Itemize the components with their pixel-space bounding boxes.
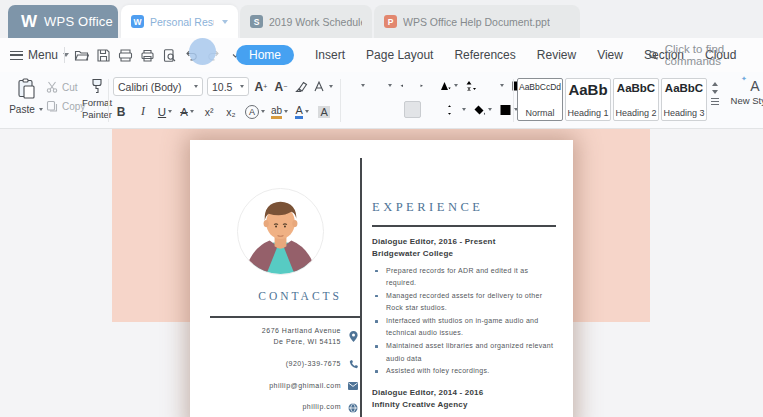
line-spacing-button[interactable]	[446, 101, 467, 118]
job-organization: Bridgewater College	[372, 248, 559, 260]
tab-review[interactable]: Review	[537, 48, 576, 62]
bullet-list-button[interactable]	[344, 77, 366, 94]
find-commands-search[interactable]: Click to find commands	[648, 38, 763, 72]
tab-work-schedule[interactable]: S 2019 Work Schedule.xlsx	[240, 5, 372, 38]
copy-icon	[46, 100, 58, 112]
tab-home[interactable]: Home	[236, 45, 294, 65]
align-left-button[interactable]	[344, 101, 359, 118]
print-preview-icon[interactable]	[161, 47, 178, 64]
tab-label: WPS Office Help Document.ppt	[403, 16, 550, 28]
decrease-indent-button[interactable]	[398, 77, 413, 94]
group-divider	[108, 79, 109, 122]
divider	[64, 47, 65, 63]
scroll-up-icon[interactable]	[712, 82, 718, 86]
export-icon[interactable]	[117, 47, 134, 64]
tab-personal-resume[interactable]: W Personal Resume.docx	[121, 5, 238, 38]
character-border-button[interactable]: A	[245, 103, 265, 120]
hamburger-icon	[10, 51, 23, 60]
style-preview: AaBbC	[617, 82, 655, 94]
job-entry: Dialogue Editor, 2014 - 2016 Infinity Cr…	[372, 387, 559, 417]
numbered-list-button[interactable]	[371, 77, 393, 94]
scroll-down-icon[interactable]	[712, 90, 718, 94]
contact-email: phillip@ghimail.com	[269, 381, 358, 392]
print-icon[interactable]	[139, 47, 156, 64]
subscript-button[interactable]: x₂	[223, 103, 239, 120]
address-line-1: 2676 Hartland Avenue	[262, 326, 341, 337]
menu-row: Menu Home Insert Page Layout	[0, 38, 763, 72]
distribute-text-button[interactable]	[426, 101, 441, 118]
job-organization: Infinity Creative Agency	[372, 399, 559, 411]
search-placeholder: Click to find commands	[665, 43, 763, 67]
shrink-font-button[interactable]: A−	[273, 78, 289, 95]
new-style-button[interactable]: A✦ New Style	[729, 78, 763, 106]
tab-insert[interactable]: Insert	[315, 48, 345, 62]
address-line-2: De Pere, WI 54115	[262, 337, 341, 348]
highlight-color-button[interactable]: ab	[271, 103, 288, 120]
style-normal[interactable]: AaBbCcDd Normal	[517, 78, 563, 121]
phonetic-guide-button[interactable]	[313, 78, 333, 95]
chevron-down-icon	[240, 85, 244, 88]
clear-format-icon[interactable]	[293, 78, 309, 95]
tab-references[interactable]: References	[454, 48, 515, 62]
save-icon[interactable]	[95, 47, 112, 64]
font-color-button[interactable]: A	[294, 103, 310, 120]
paragraph-settings-button[interactable]	[484, 77, 505, 94]
bullet-item: Assisted with foley recordings.	[372, 365, 559, 378]
justify-button[interactable]	[404, 101, 421, 118]
align-center-button[interactable]	[364, 101, 379, 118]
format-painter-icon	[89, 78, 105, 94]
profile-avatar	[236, 187, 325, 276]
bold-button[interactable]: B	[113, 103, 129, 120]
italic-button[interactable]: I	[135, 103, 151, 120]
tab-page-layout[interactable]: Page Layout	[366, 48, 433, 62]
paragraph-group	[344, 77, 510, 118]
folder-open-icon[interactable]	[73, 47, 90, 64]
shading-button[interactable]	[472, 101, 493, 118]
align-right-button[interactable]	[384, 101, 399, 118]
sort-button[interactable]	[464, 77, 479, 94]
resume-page[interactable]: CONTACTS 2676 Hartland Avenue De Pere, W…	[190, 140, 573, 417]
scissors-icon	[46, 81, 58, 93]
chevron-down-icon	[194, 85, 198, 88]
increase-indent-button[interactable]	[418, 77, 433, 94]
style-heading-1[interactable]: AaBb Heading 1	[565, 78, 611, 121]
location-pin-icon	[348, 332, 358, 342]
bullet-item: Managed recorded assets for delivery to …	[372, 290, 559, 315]
tab-view[interactable]: View	[597, 48, 623, 62]
new-style-icon: A✦	[729, 78, 763, 95]
main-menu-button[interactable]: Menu	[10, 38, 69, 72]
styles-scroll-controls[interactable]	[709, 78, 721, 106]
grow-font-button[interactable]: A+	[253, 78, 269, 95]
styles-gallery: AaBbCcDd Normal AaBb Heading 1 AaBbC Hea…	[517, 78, 763, 121]
style-heading-2[interactable]: AaBbC Heading 2	[613, 78, 659, 121]
brand-name: WPS Office	[44, 14, 113, 29]
paste-button[interactable]: Paste	[8, 78, 44, 115]
strikethrough-button[interactable]: A	[179, 103, 195, 120]
column-divider-line	[360, 158, 362, 417]
superscript-button[interactable]: x²	[201, 103, 217, 120]
paste-icon	[16, 78, 37, 100]
chevron-down-icon	[39, 108, 43, 111]
character-shading-button[interactable]: A	[316, 103, 332, 120]
ribbon-home: Paste Cut Copy Format Painter Calibri (B…	[0, 72, 763, 129]
gallery-expand-icon[interactable]	[711, 101, 719, 102]
wps-office-brand-tab[interactable]: W WPS Office	[8, 5, 118, 38]
font-family-select[interactable]: Calibri (Body)	[113, 77, 203, 96]
style-heading-3[interactable]: AaBbC Heading 3	[661, 78, 707, 121]
clipboard-group: Paste Cut Copy Format Painter	[6, 76, 106, 126]
experience-section: EXPERIENCE Dialogue Editor, 2016 - Prese…	[372, 200, 559, 417]
cut-label: Cut	[62, 82, 78, 93]
underline-button[interactable]: U	[157, 103, 173, 120]
text-direction-button[interactable]	[438, 77, 459, 94]
font-size-select[interactable]: 10.5	[207, 77, 249, 96]
tab-help-document[interactable]: P WPS Office Help Document.ppt	[374, 5, 580, 38]
job-title: Dialogue Editor, 2016 - Present	[372, 236, 559, 248]
tab-caret-icon[interactable]	[222, 20, 228, 24]
bullet-item: Interfaced with studios on in-game audio…	[372, 315, 559, 340]
borders-button[interactable]	[498, 101, 519, 118]
tab-label: 2019 Work Schedule.xlsx	[269, 16, 362, 28]
presentation-doc-icon: P	[384, 15, 397, 28]
document-canvas[interactable]: CONTACTS 2676 Hartland Avenue De Pere, W…	[0, 129, 763, 417]
style-name: Normal	[525, 108, 554, 118]
window-tab-bar: W WPS Office W Personal Resume.docx S 20…	[0, 0, 763, 38]
